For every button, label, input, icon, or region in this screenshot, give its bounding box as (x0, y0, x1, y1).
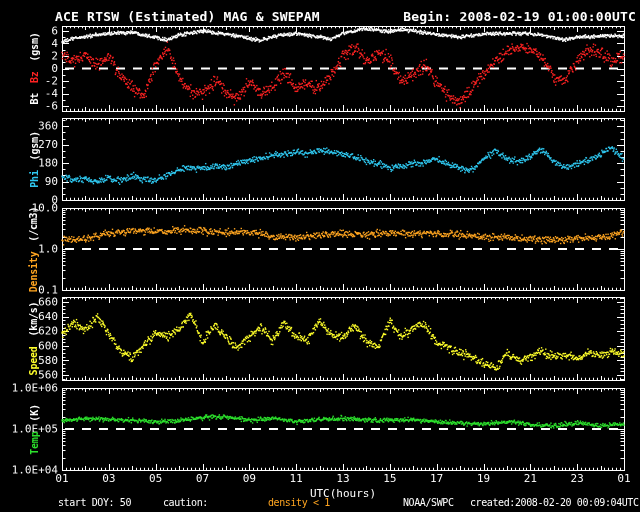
y-axis-label-temp: Temp (K) (16, 388, 52, 470)
start-doy-label: start DOY: 50 (58, 497, 131, 508)
ylabel-bt-unit: (gsm) (29, 32, 40, 61)
ylabel-density-unit: (/cm3) (29, 206, 40, 241)
ylabel-density: Density (29, 251, 40, 292)
y-axis-label-density: Density (/cm3) (16, 208, 52, 290)
page-title: ACE RTSW (Estimated) MAG & SWEPAM (55, 9, 320, 24)
ylabel-phi-unit: (gsm) (29, 131, 40, 160)
agency-label: NOAA/SWPC (403, 497, 454, 508)
y-axis-label-phi: Phi (gsm) (16, 118, 52, 200)
ylabel-phi: Phi (29, 170, 40, 187)
chart-canvas (0, 0, 640, 512)
ylabel-temp: Temp (29, 431, 40, 454)
ace-rtsw-plot: ACE RTSW (Estimated) MAG & SWEPAM Begin:… (0, 0, 640, 512)
y-axis-label-speed: Speed (km/s) (16, 297, 52, 380)
y-axis-label-bt-bz: Bt Bz (gsm) (16, 26, 52, 111)
ylabel-speed: Speed (29, 346, 40, 375)
ylabel-temp-unit: (K) (29, 404, 40, 421)
density-warning-label: density < 1 (268, 497, 330, 508)
ylabel-bz: Bz (29, 71, 40, 83)
created-timestamp: created:2008-02-20 00:09:04UTC (470, 497, 639, 508)
ylabel-bt: Bt (29, 93, 40, 105)
begin-timestamp: Begin: 2008-02-19 01:00:00UTC (403, 9, 636, 24)
caution-label: caution: (163, 497, 208, 508)
ylabel-speed-unit: (km/s) (29, 302, 40, 337)
